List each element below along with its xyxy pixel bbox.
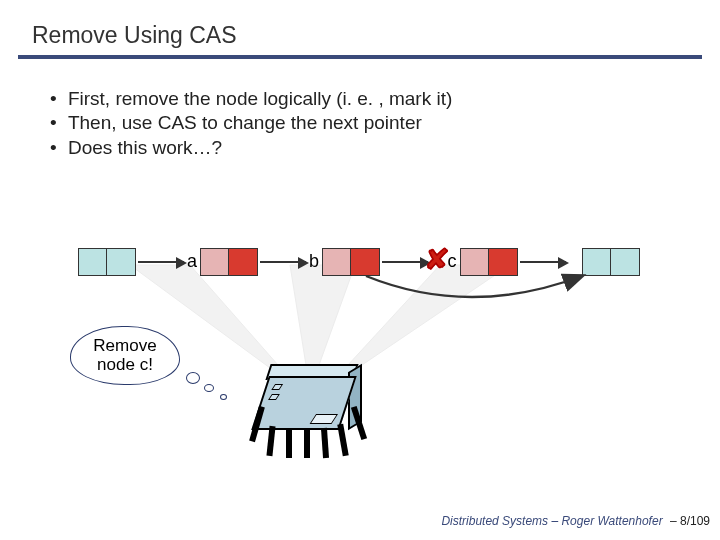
node-tail xyxy=(582,248,640,276)
bullet-1: First, remove the node logically (i. e. … xyxy=(50,87,720,111)
thought-dot-3 xyxy=(220,394,227,400)
footer-author: Roger Wattenhofer xyxy=(561,514,662,528)
diagram-stage: a b ✘ c Remove node c! xyxy=(0,200,720,500)
arrow-b-c xyxy=(382,261,428,263)
thought-dot-2 xyxy=(204,384,214,392)
node-b: b xyxy=(322,248,380,276)
footer-course: Distributed Systems xyxy=(441,514,548,528)
bullet-list: First, remove the node logically (i. e. … xyxy=(0,59,720,160)
thought-bubble: Remove node c! xyxy=(70,326,180,385)
bullet-3: Does this work…? xyxy=(50,136,720,160)
footer-page: – 8/109 xyxy=(667,514,710,528)
footer-sep: – xyxy=(548,514,561,528)
thought-dot-1 xyxy=(186,372,200,384)
node-a: a xyxy=(200,248,258,276)
node-a-label: a xyxy=(185,251,199,272)
arrow-c-tail xyxy=(520,261,566,263)
node-head xyxy=(78,248,136,276)
thought-text: Remove node c! xyxy=(93,336,156,374)
node-c-label: c xyxy=(445,251,459,272)
cpu-icon xyxy=(260,376,348,430)
node-c: c xyxy=(460,248,518,276)
node-b-label: b xyxy=(307,251,321,272)
bullet-2: Then, use CAS to change the next pointer xyxy=(50,111,720,135)
arrow-head-a xyxy=(138,261,184,263)
footer: Distributed Systems – Roger Wattenhofer … xyxy=(441,514,710,528)
slide-title: Remove Using CAS xyxy=(0,0,720,55)
arrow-a-b xyxy=(260,261,306,263)
